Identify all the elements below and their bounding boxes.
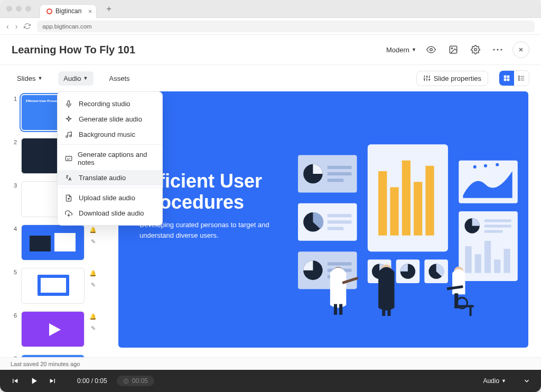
svg-rect-76 bbox=[334, 304, 337, 315]
audio-player: 0:00 / 0:05 00:05 Audio ▼ bbox=[0, 370, 541, 392]
preview-icon[interactable] bbox=[424, 42, 439, 57]
svg-rect-29 bbox=[30, 236, 51, 251]
menu-translate-audio[interactable]: Translate audio bbox=[58, 170, 162, 185]
microphone-icon bbox=[65, 100, 73, 108]
svg-rect-43 bbox=[328, 227, 343, 230]
tab-assets-label: Assets bbox=[109, 74, 130, 82]
svg-point-4 bbox=[493, 49, 495, 50]
player-play-button[interactable] bbox=[29, 376, 39, 386]
slide-properties-button[interactable]: Slide properties bbox=[416, 71, 488, 86]
thumbnail[interactable] bbox=[21, 225, 85, 260]
captions-icon bbox=[65, 155, 72, 162]
sparkle-icon bbox=[65, 116, 73, 123]
svg-rect-70 bbox=[465, 246, 471, 273]
slide-illustration bbox=[298, 134, 523, 316]
menu-download-slide-audio[interactable]: Download slide audio bbox=[58, 206, 162, 221]
theme-label: Modern bbox=[386, 46, 409, 54]
player-prev-button[interactable] bbox=[11, 377, 19, 385]
player-mode-label: Audio bbox=[483, 377, 499, 385]
thumbnail-row[interactable]: 5 🔔 ✎ bbox=[12, 268, 104, 304]
slide-canvas[interactable]: Efficient User Procedures Developing cur… bbox=[118, 91, 528, 348]
svg-rect-19 bbox=[507, 79, 510, 81]
svg-rect-67 bbox=[484, 219, 511, 222]
view-list-button[interactable] bbox=[514, 71, 529, 86]
svg-rect-42 bbox=[328, 220, 352, 223]
url-input[interactable]: app.bigtincan.com bbox=[37, 21, 535, 32]
audio-dropdown: Recording studio Generate slide audio Ba… bbox=[57, 91, 163, 226]
thumb-number: 3 bbox=[12, 181, 17, 189]
tab-favicon bbox=[46, 8, 52, 14]
new-tab-button[interactable]: + bbox=[101, 4, 116, 14]
svg-rect-73 bbox=[494, 259, 500, 273]
menu-recording-studio[interactable]: Recording studio bbox=[58, 96, 162, 111]
nav-back-icon[interactable]: ‹ bbox=[6, 22, 9, 31]
tab-audio[interactable]: Audio ▼ bbox=[58, 71, 93, 86]
svg-rect-16 bbox=[504, 76, 507, 78]
svg-rect-36 bbox=[328, 166, 352, 169]
player-mode[interactable]: Audio ▼ bbox=[483, 377, 506, 385]
player-duration-pill[interactable]: 00:05 bbox=[117, 376, 154, 386]
menu-upload-slide-audio[interactable]: Upload slide audio bbox=[58, 190, 162, 206]
svg-point-0 bbox=[430, 49, 433, 51]
svg-rect-79 bbox=[382, 307, 385, 316]
nav-forward-icon[interactable]: › bbox=[15, 22, 18, 31]
thumbnail-row[interactable]: 6 🔔 ✎ bbox=[12, 311, 104, 347]
menu-label: Download slide audio bbox=[79, 209, 144, 217]
settings-icon[interactable] bbox=[468, 42, 483, 57]
svg-point-5 bbox=[497, 49, 498, 50]
thumb-number: 7 bbox=[12, 354, 17, 357]
svg-rect-74 bbox=[503, 249, 510, 273]
upload-icon bbox=[65, 194, 73, 202]
svg-rect-72 bbox=[484, 241, 491, 273]
thumbnail[interactable] bbox=[21, 311, 85, 347]
thumb-number: 4 bbox=[12, 225, 17, 232]
svg-point-3 bbox=[474, 49, 477, 51]
menu-label: Generate captions and notes bbox=[78, 151, 155, 166]
view-grid-button[interactable] bbox=[499, 71, 514, 86]
svg-rect-46 bbox=[328, 262, 352, 265]
player-time: 0:00 / 0:05 bbox=[77, 377, 107, 385]
svg-rect-53 bbox=[414, 182, 422, 235]
traffic-close[interactable] bbox=[6, 6, 12, 12]
theme-selector[interactable]: Modern ▼ bbox=[386, 46, 416, 54]
translate-icon bbox=[65, 174, 73, 182]
svg-rect-30 bbox=[54, 233, 76, 251]
traffic-max[interactable] bbox=[25, 6, 31, 12]
nav-reload-icon[interactable] bbox=[24, 23, 31, 30]
more-icon[interactable] bbox=[490, 42, 505, 57]
tab-audio-label: Audio bbox=[63, 74, 81, 82]
svg-rect-54 bbox=[425, 166, 434, 236]
tab-slides[interactable]: Slides ▼ bbox=[12, 71, 48, 86]
svg-point-24 bbox=[518, 80, 519, 81]
menu-background-music[interactable]: Background music bbox=[58, 127, 162, 142]
menu-label: Background music bbox=[79, 130, 135, 138]
image-icon[interactable] bbox=[446, 42, 461, 57]
traffic-min[interactable] bbox=[16, 6, 22, 12]
player-collapse-button[interactable] bbox=[523, 377, 530, 385]
player-next-button[interactable] bbox=[49, 377, 57, 385]
close-button[interactable] bbox=[512, 41, 529, 58]
thumbnail-row[interactable]: 4 🔔 ✎ bbox=[12, 225, 104, 260]
tab-close-icon[interactable]: × bbox=[88, 7, 92, 15]
thumb-number: 2 bbox=[12, 138, 17, 145]
browser-tab[interactable]: Bigtincan × bbox=[40, 4, 97, 18]
svg-rect-52 bbox=[402, 161, 411, 236]
svg-rect-41 bbox=[328, 214, 352, 217]
menu-separator bbox=[58, 188, 162, 188]
notes-indicator-icon: ✎ bbox=[89, 324, 97, 332]
traffic-lights bbox=[6, 6, 31, 12]
menu-label: Recording studio bbox=[79, 100, 130, 108]
svg-rect-18 bbox=[504, 79, 507, 81]
thumbnail-row[interactable]: 7 Cross-Functional Collaboration bbox=[12, 354, 104, 357]
thumbnail[interactable] bbox=[21, 268, 85, 304]
menu-generate-captions[interactable]: Generate captions and notes bbox=[58, 147, 162, 170]
menu-label: Translate audio bbox=[79, 174, 126, 182]
menu-generate-slide-audio[interactable]: Generate slide audio bbox=[58, 111, 162, 127]
thumbnail[interactable]: Cross-Functional Collaboration bbox=[21, 354, 85, 357]
tab-assets[interactable]: Assets bbox=[104, 71, 135, 86]
music-icon bbox=[65, 131, 73, 138]
url-text: app.bigtincan.com bbox=[42, 23, 91, 30]
address-bar: ‹ › app.bigtincan.com bbox=[0, 18, 541, 35]
svg-rect-32 bbox=[41, 278, 66, 293]
secondary-toolbar: Slides ▼ Audio ▼ Assets Slide properties bbox=[0, 65, 541, 91]
